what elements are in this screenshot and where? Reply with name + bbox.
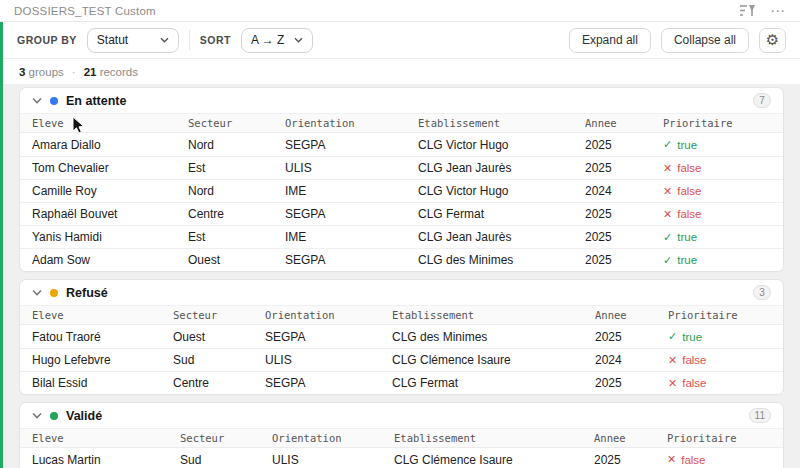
cell-orientation: SEGPA <box>285 138 418 152</box>
summary-separator: · <box>72 66 76 78</box>
cell-prioritaire: ✕ false <box>663 208 771 221</box>
gear-icon[interactable]: ⚙ <box>759 28 786 53</box>
table-row[interactable]: Raphaël Bouvet Centre SEGPA CLG Fermat 2… <box>20 202 783 225</box>
column-header[interactable]: Annee <box>594 432 667 444</box>
cell-secteur: Sud <box>173 353 265 367</box>
group-title: En attente <box>66 94 126 108</box>
more-options-icon[interactable]: ⋯ <box>770 3 786 18</box>
cell-prioritaire: ✕ false <box>668 354 771 367</box>
group-by-value: Statut <box>97 33 128 47</box>
page-title: DOSSIERS_TEST Custom <box>14 5 156 17</box>
table-row[interactable]: Fatou Traoré Ouest SEGPA CLG des Minimes… <box>20 325 783 348</box>
table-row[interactable]: Amara Diallo Nord SEGPA CLG Victor Hugo … <box>20 133 783 156</box>
prioritaire-text: false <box>682 377 706 389</box>
cell-secteur: Est <box>188 161 285 175</box>
cell-secteur: Ouest <box>173 330 265 344</box>
prioritaire-icon: ✕ <box>663 162 672 175</box>
group-header[interactable]: Refusé 3 <box>20 280 783 305</box>
table-row[interactable]: Adam Sow Ouest SEGPA CLG des Minimes 202… <box>20 248 783 271</box>
cell-orientation: SEGPA <box>285 207 418 221</box>
column-header[interactable]: Annee <box>585 117 663 129</box>
group-card: En attente 7 EleveSecteurOrientationEtab… <box>19 87 784 272</box>
sort-value: A → Z <box>251 33 284 47</box>
records-label: records <box>100 66 138 78</box>
prioritaire-text: true <box>677 139 697 151</box>
column-header[interactable]: Etablissement <box>418 117 585 129</box>
prioritaire-icon: ✕ <box>667 453 676 466</box>
group-header[interactable]: En attente 7 <box>20 88 783 113</box>
prioritaire-icon: ✓ <box>668 330 677 343</box>
filter-sort-icon[interactable] <box>740 4 756 17</box>
column-header[interactable]: Secteur <box>180 432 272 444</box>
table-row[interactable]: Hugo Lefebvre Sud ULIS CLG Clémence Isau… <box>20 348 783 371</box>
column-header[interactable]: Prioritaire <box>667 432 771 444</box>
prioritaire-text: false <box>677 185 701 197</box>
view-toolbar: GROUP BY Statut SORT A → Z Expand all Co… <box>3 22 800 59</box>
cell-eleve: Lucas Martin <box>32 453 180 467</box>
group-title: Validé <box>66 409 102 423</box>
group-rows: Fatou Traoré Ouest SEGPA CLG des Minimes… <box>20 325 783 394</box>
column-header[interactable]: Eleve <box>32 432 180 444</box>
prioritaire-icon: ✕ <box>663 185 672 198</box>
cell-etablissement: CLG Jean Jaurès <box>418 161 585 175</box>
column-header-row: EleveSecteurOrientationEtablissementAnne… <box>20 113 783 133</box>
column-header[interactable]: Eleve <box>32 117 188 129</box>
records-count: 21 <box>84 66 97 78</box>
cell-orientation: SEGPA <box>265 330 392 344</box>
groups-container: En attente 7 EleveSecteurOrientationEtab… <box>3 84 800 468</box>
column-header[interactable]: Eleve <box>32 309 173 321</box>
column-header[interactable]: Orientation <box>272 432 394 444</box>
table-row[interactable]: Bilal Essid Centre SEGPA CLG Fermat 2025… <box>20 371 783 394</box>
column-header[interactable]: Annee <box>595 309 668 321</box>
cell-eleve: Fatou Traoré <box>32 330 173 344</box>
column-header[interactable]: Secteur <box>173 309 265 321</box>
table-row[interactable]: Yanis Hamidi Est IME CLG Jean Jaurès 202… <box>20 225 783 248</box>
table-row[interactable]: Lucas Martin Sud ULIS CLG Clémence Isaur… <box>20 448 783 468</box>
cell-orientation: ULIS <box>285 161 418 175</box>
prioritaire-icon: ✓ <box>663 254 672 267</box>
chevron-down-icon[interactable] <box>32 289 42 296</box>
prioritaire-icon: ✕ <box>663 208 672 221</box>
chevron-down-icon <box>160 37 169 43</box>
cell-secteur: Centre <box>188 207 285 221</box>
column-header[interactable]: Secteur <box>188 117 285 129</box>
cell-secteur: Nord <box>188 138 285 152</box>
cell-secteur: Centre <box>173 376 265 390</box>
cell-etablissement: CLG Fermat <box>418 207 585 221</box>
cell-annee: 2025 <box>595 330 668 344</box>
prioritaire-text: true <box>677 231 697 243</box>
cell-prioritaire: ✓ true <box>663 254 771 267</box>
cell-secteur: Sud <box>180 453 272 467</box>
chevron-down-icon[interactable] <box>32 412 42 419</box>
column-header[interactable]: Prioritaire <box>668 309 771 321</box>
column-header[interactable]: Orientation <box>265 309 392 321</box>
prioritaire-text: false <box>677 208 701 220</box>
group-card: Validé 11 EleveSecteurOrientationEtablis… <box>19 402 784 468</box>
group-by-select[interactable]: Statut <box>87 28 179 53</box>
collapse-all-button[interactable]: Collapse all <box>661 28 749 53</box>
sort-select[interactable]: A → Z <box>241 28 313 53</box>
column-header[interactable]: Prioritaire <box>663 117 771 129</box>
cell-annee: 2025 <box>585 230 663 244</box>
table-row[interactable]: Tom Chevalier Est ULIS CLG Jean Jaurès 2… <box>20 156 783 179</box>
cell-annee: 2025 <box>585 207 663 221</box>
group-rows: Lucas Martin Sud ULIS CLG Clémence Isaur… <box>20 448 783 468</box>
group-header[interactable]: Validé 11 <box>20 403 783 428</box>
groups-label: groups <box>29 66 64 78</box>
cell-secteur: Ouest <box>188 253 285 267</box>
cell-etablissement: CLG des Minimes <box>418 253 585 267</box>
column-header[interactable]: Orientation <box>285 117 418 129</box>
status-dot <box>50 289 58 297</box>
chevron-down-icon[interactable] <box>32 97 42 104</box>
expand-all-button[interactable]: Expand all <box>569 28 651 53</box>
column-header[interactable]: Etablissement <box>392 309 595 321</box>
table-row[interactable]: Camille Roy Nord IME CLG Victor Hugo 202… <box>20 179 783 202</box>
column-header-row: EleveSecteurOrientationEtablissementAnne… <box>20 428 783 448</box>
sort-label: SORT <box>200 34 231 46</box>
cell-prioritaire: ✕ false <box>667 453 771 466</box>
cell-etablissement: CLG Clémence Isaure <box>394 453 594 467</box>
column-header[interactable]: Etablissement <box>394 432 594 444</box>
cell-eleve: Tom Chevalier <box>32 161 188 175</box>
cell-eleve: Hugo Lefebvre <box>32 353 173 367</box>
prioritaire-text: false <box>677 162 701 174</box>
